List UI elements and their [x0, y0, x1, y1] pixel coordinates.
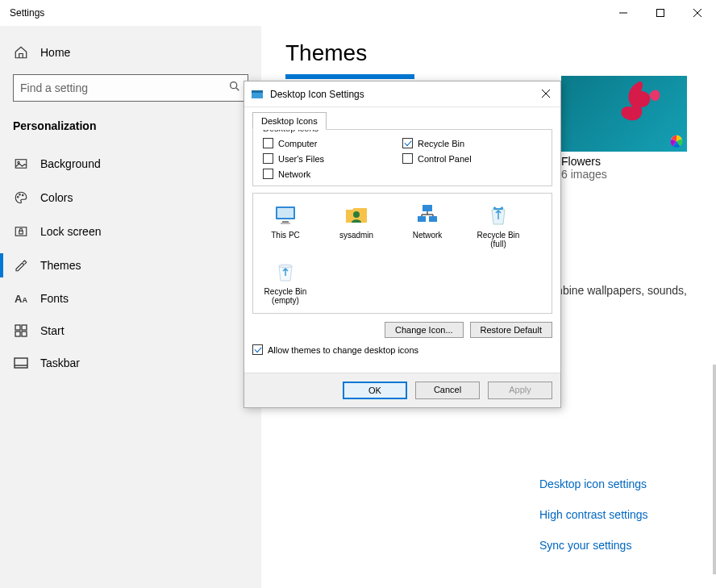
nav-label: Colors	[40, 191, 73, 204]
dialog-titlebar[interactable]: Desktop Icon Settings	[244, 81, 560, 107]
svg-point-10	[23, 194, 24, 196]
svg-point-9	[19, 194, 21, 196]
icon-recycle-bin-full[interactable]: Recycle Bin (full)	[474, 202, 522, 248]
tab-desktop-icons[interactable]: Desktop Icons	[252, 112, 327, 130]
icon-network[interactable]: Network	[403, 202, 452, 248]
related-links: Desktop icon settings High contrast sett…	[539, 477, 648, 569]
icon-label: Recycle Bin (empty)	[261, 287, 310, 305]
image-icon	[13, 156, 29, 171]
svg-rect-13	[15, 325, 20, 330]
icon-label: sysadmin	[339, 231, 373, 240]
nav-background[interactable]: Background	[0, 147, 261, 181]
checkbox-computer[interactable]: Computer	[263, 138, 402, 148]
description-fragment: nbine wallpapers, sounds,	[556, 284, 687, 297]
search-icon	[228, 80, 241, 96]
svg-rect-26	[282, 221, 289, 223]
svg-rect-12	[19, 231, 23, 234]
icon-label: This PC	[271, 231, 300, 240]
svg-point-36	[279, 265, 292, 268]
color-wheel-icon	[669, 134, 684, 148]
nav-fonts[interactable]: AA Fonts	[0, 282, 261, 315]
link-desktop-icon-settings[interactable]: Desktop icon settings	[539, 477, 648, 490]
svg-point-28	[353, 211, 360, 218]
svg-rect-6	[15, 160, 27, 169]
checkbox-label: Recycle Bin	[418, 139, 464, 148]
titlebar-controls	[605, 0, 716, 26]
allow-themes-label: Allow themes to change desktop icons	[268, 345, 418, 355]
svg-point-8	[18, 197, 19, 198]
nav-themes[interactable]: Themes	[0, 248, 261, 282]
checkbox-network[interactable]: Network	[263, 169, 402, 179]
svg-rect-15	[15, 332, 20, 336]
home-nav[interactable]: Home	[0, 37, 261, 68]
change-icon-button[interactable]: Change Icon...	[385, 322, 464, 338]
icon-recycle-bin-empty[interactable]: Recycle Bin (empty)	[261, 258, 310, 305]
theme-name: Flowers	[561, 155, 687, 168]
nav-start[interactable]: Start	[0, 315, 261, 347]
minimize-button[interactable]	[605, 0, 642, 26]
nav-taskbar[interactable]: Taskbar	[0, 347, 261, 379]
cancel-button[interactable]: Cancel	[415, 382, 480, 399]
theme-image-count: 6 images	[561, 168, 687, 181]
dialog-close-button[interactable]	[541, 87, 554, 102]
icon-label: Recycle Bin (full)	[474, 231, 522, 248]
nav-colors[interactable]: Colors	[0, 181, 261, 215]
home-label: Home	[40, 46, 70, 59]
maximize-button[interactable]	[642, 0, 679, 26]
allow-themes-checkbox[interactable]: Allow themes to change desktop icons	[252, 344, 552, 355]
svg-rect-30	[418, 216, 426, 222]
svg-point-7	[18, 161, 19, 163]
svg-rect-21	[252, 90, 263, 93]
scrollbar-thumb[interactable]	[713, 365, 716, 574]
themes-icon	[13, 258, 29, 273]
palette-icon	[13, 190, 29, 205]
nav-label: Fonts	[40, 292, 69, 305]
nav-lockscreen[interactable]: Lock screen	[0, 215, 261, 248]
start-icon	[13, 324, 29, 337]
icon-label: Network	[413, 231, 443, 240]
dialog-app-icon	[251, 88, 264, 101]
nav-label: Themes	[40, 259, 81, 272]
svg-rect-14	[22, 325, 27, 330]
accent-bar	[285, 74, 414, 79]
link-sync-settings[interactable]: Sync your settings	[539, 539, 648, 552]
search-input-row[interactable]	[13, 74, 248, 102]
apply-button[interactable]: Apply	[488, 382, 552, 399]
close-button[interactable]	[679, 0, 716, 26]
svg-rect-16	[22, 332, 27, 336]
lockscreen-icon	[13, 224, 29, 239]
svg-rect-1	[657, 10, 664, 17]
category-label: Personalization	[0, 116, 261, 147]
theme-meta: Flowers 6 images	[561, 155, 687, 181]
checkbox-label: User's Files	[278, 154, 324, 164]
icon-preview-grid: This PC sysadmin Network Recycle Bin (fu…	[252, 193, 552, 314]
svg-rect-29	[423, 205, 432, 211]
link-high-contrast[interactable]: High contrast settings	[539, 508, 648, 521]
theme-thumbnail[interactable]	[561, 76, 687, 152]
window-title: Settings	[10, 7, 44, 19]
nav-label: Background	[40, 157, 101, 170]
svg-rect-31	[429, 216, 437, 222]
icon-this-pc[interactable]: This PC	[261, 202, 310, 248]
checkbox-recycle-bin[interactable]: Recycle Bin	[402, 138, 542, 148]
checkbox-users-files[interactable]: User's Files	[263, 153, 402, 164]
nav-label: Lock screen	[40, 225, 101, 238]
home-icon	[13, 45, 29, 60]
svg-rect-27	[281, 223, 290, 224]
svg-point-4	[231, 82, 237, 89]
titlebar: Settings	[0, 0, 716, 26]
restore-default-button[interactable]: Restore Default	[470, 322, 552, 338]
ok-button[interactable]: OK	[343, 382, 407, 399]
fonts-icon: AA	[13, 293, 29, 305]
desktop-icon-settings-dialog: Desktop Icon Settings Desktop Icons Desk…	[244, 81, 561, 408]
nav-label: Taskbar	[40, 357, 80, 369]
search-input[interactable]	[20, 81, 228, 94]
svg-rect-17	[15, 358, 27, 368]
svg-rect-25	[277, 208, 293, 218]
page-title: Themes	[285, 40, 692, 66]
icon-user-folder[interactable]: sysadmin	[332, 202, 381, 248]
checkbox-control-panel[interactable]: Control Panel	[402, 153, 542, 164]
checkbox-label: Network	[278, 169, 310, 179]
dialog-footer: OK Cancel Apply	[244, 373, 560, 407]
svg-line-5	[236, 88, 239, 90]
